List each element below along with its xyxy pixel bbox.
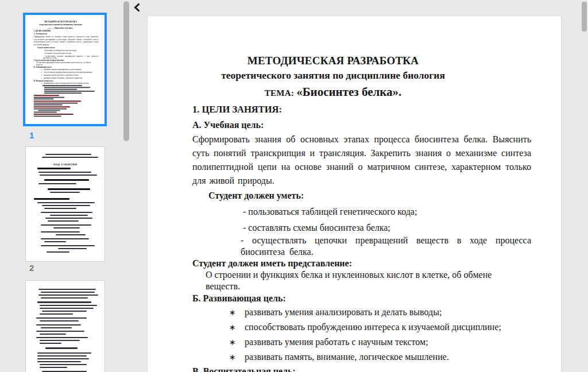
student-umet-heading: Студент должен уметь: [208,189,531,202]
main-scrollbar-thumb[interactable] [582,2,587,32]
goal-b-item: ∗развивать умения анализировать и делать… [229,307,531,319]
umet-item: - пользоваться таблицей генетического ко… [243,206,531,218]
thumbnail-page-3[interactable] [25,280,105,372]
document-viewer: МЕТОДИЧЕСКАЯ РАЗРАБОТКА теоретического з… [0,0,588,372]
goal-b-item-text: развивать умения анализировать и делать … [245,307,442,319]
tema-label: ТЕМА: [265,88,295,98]
section-goals-heading: 1. ЦЕЛИ ЗАНЯТИЯ: [192,103,531,115]
chevron-left-icon [134,3,140,12]
back-button[interactable] [131,2,142,13]
student-predstav-text: О строении и функциях белка и нуклеиновы… [206,269,504,292]
goal-b-heading: Б. Развивающая цель: [192,292,531,304]
student-predstav-heading: Студент должен иметь представление: [192,258,531,269]
goal-b-item-text: способствовать пробуждению интереса к из… [245,321,501,334]
thumbnail-page-1-preview: МЕТОДИЧЕСКАЯ РАЗРАБОТКА теоретического з… [25,15,105,117]
thumbnail-page-1-number: 1 [29,130,34,140]
goal-a-heading: А. Учебная цель: [192,119,531,131]
umet-item: - составлять схемы биосинтеза белка; [243,222,531,234]
goal-v-heading: В. Воспитательная цель: [192,365,531,372]
goal-b-item-text: развивать умения работать с научным текс… [245,336,428,349]
document-tema-line: ТЕМА: «Биосинтез белка». [192,84,474,101]
document-content: МЕТОДИЧЕСКАЯ РАЗРАБОТКА теоретического з… [148,16,562,372]
document-title-line1: МЕТОДИЧЕСКАЯ РАЗРАБОТКА [192,55,474,67]
document-page: МЕТОДИЧЕСКАЯ РАЗРАБОТКА теоретического з… [147,16,562,372]
star-bullet-icon: ∗ [229,336,245,349]
goal-b-item: ∗способствовать пробуждению интереса к и… [229,321,531,334]
document-title-line2: теоретического занятия по дисциплине био… [192,69,474,82]
thumbnail-page-1[interactable]: МЕТОДИЧЕСКАЯ РАЗРАБОТКА теоретического з… [23,13,107,126]
goal-b-item: ∗развивать умения работать с научным тек… [229,336,531,349]
thumbnail-page-2-heading: ХОД ЗАНЯТИЯ [26,163,105,166]
thumbnail-page-2[interactable]: ХОД ЗАНЯТИЯ [25,146,105,262]
umet-item: - осуществлять цепочки превращений вещес… [241,235,531,258]
goal-b-item: ∗развивать память, внимание, логическое … [229,351,531,364]
goal-b-list: ∗развивать умения анализировать и делать… [192,307,531,364]
goal-b-item-text: развивать память, внимание, логическое м… [245,351,449,364]
sidebar-scrollbar-thumb[interactable] [123,1,129,141]
star-bullet-icon: ∗ [229,351,245,364]
document-title-block: МЕТОДИЧЕСКАЯ РАЗРАБОТКА теоретического з… [192,16,531,101]
tema-value: «Биосинтез белка». [296,85,401,99]
star-bullet-icon: ∗ [229,321,245,334]
thumbnail-sidebar: МЕТОДИЧЕСКАЯ РАЗРАБОТКА теоретического з… [0,0,122,372]
star-bullet-icon: ∗ [229,307,245,319]
thumbnail-page-2-number: 2 [29,263,34,273]
goal-a-paragraph: Сформировать знания об основных этапах п… [192,133,531,188]
